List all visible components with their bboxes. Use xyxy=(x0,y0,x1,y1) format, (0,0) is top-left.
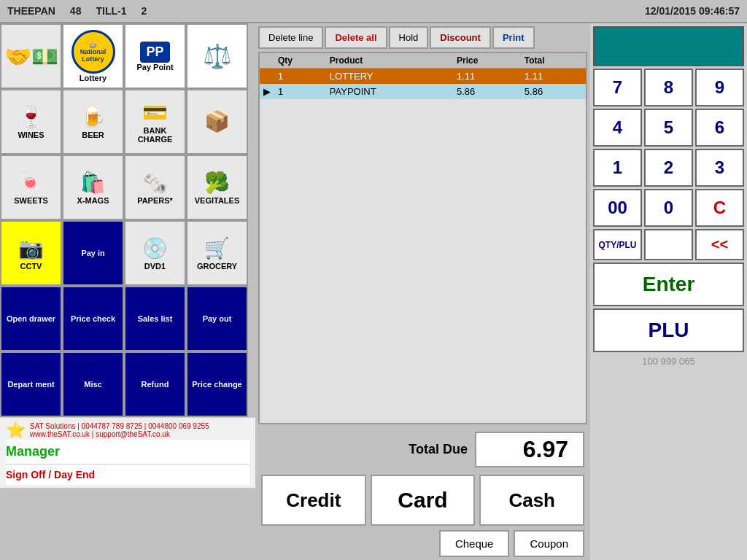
grid-cell-lottery[interactable]: 🎰NationalLottery Lottery xyxy=(62,23,124,89)
num-9-button[interactable]: 9 xyxy=(695,69,744,106)
session-number: 48 xyxy=(70,5,82,17)
transaction-table-wrapper: Qty Product Price Total 1 LOTTERY 1.11 1… xyxy=(258,52,587,424)
grid-cell-xmags[interactable]: 🛍️ X-MAGS xyxy=(62,155,124,220)
grid-cell-scale[interactable]: ⚖️ xyxy=(186,23,248,89)
print-button[interactable]: Print xyxy=(492,26,535,49)
wine-icon: 🍷 xyxy=(18,105,44,129)
plu-number: 100 999 065 xyxy=(593,354,744,368)
misc-label: Misc xyxy=(84,380,101,389)
signoff-button[interactable]: Sign Off / Day End xyxy=(6,464,249,485)
cash-button[interactable]: Cash xyxy=(479,475,584,526)
mid-panel: Delete line Delete all Hold Discount Pri… xyxy=(255,23,590,560)
grid-row-4: 📷 CCTV Pay in 💿 DVD1 🛒 GROCERY xyxy=(0,220,255,286)
grid-cell-price-check[interactable]: Price check xyxy=(62,286,124,351)
paypoint-icon: PP xyxy=(140,42,169,63)
num-0-button[interactable]: 0 xyxy=(644,189,693,227)
grid-cell-refund[interactable]: Refund xyxy=(124,351,186,417)
cheque-button[interactable]: Cheque xyxy=(439,530,510,557)
hold-button[interactable]: Hold xyxy=(389,26,429,49)
numpad: 7 8 9 4 5 6 1 2 3 00 0 C xyxy=(593,69,744,227)
grid-cell-price-change[interactable]: Price change xyxy=(186,351,248,417)
table-row[interactable]: 1 LOTTERY 1.11 1.11 xyxy=(260,69,586,85)
card-button[interactable]: Card xyxy=(371,475,476,526)
row-total: 1.11 xyxy=(521,69,586,85)
num-3-button[interactable]: 3 xyxy=(695,149,744,187)
plu-button[interactable]: PLU xyxy=(593,308,744,352)
clear-button[interactable]: C xyxy=(695,189,744,227)
grid-cell-department[interactable]: Depart ment xyxy=(0,351,62,417)
num-5-button[interactable]: 5 xyxy=(644,109,693,147)
papers-icon: 🗞️ xyxy=(142,171,168,195)
sweets-icon: 🍬 xyxy=(18,171,44,195)
num-8-button[interactable]: 8 xyxy=(644,69,693,106)
row-total: 5.86 xyxy=(521,84,586,99)
grocery-label: GROCERY xyxy=(197,262,237,271)
num-00-button[interactable]: 00 xyxy=(593,189,642,227)
bottom-info: ⭐ SAT Solutions | 0044787 789 8725 | 004… xyxy=(0,417,255,488)
cctv-icon: 📷 xyxy=(18,236,44,260)
grid-cell-open-drawer[interactable]: Open drawer xyxy=(0,286,62,351)
price-check-label: Price check xyxy=(71,314,115,323)
total-amount: 6.97 xyxy=(475,432,584,467)
grid-cell-grocery[interactable]: 🛒 GROCERY xyxy=(186,220,248,286)
bank-icon: 💳 xyxy=(142,101,168,125)
payment-row: Credit Card Cash xyxy=(258,475,587,526)
col-arrow xyxy=(260,53,274,69)
grid-cell-paypoint[interactable]: PP Pay Point xyxy=(124,23,186,89)
back-button[interactable]: << xyxy=(695,229,744,260)
enter-button[interactable]: Enter xyxy=(593,262,744,306)
table-row[interactable]: ▶ 1 PAYPOINT 5.86 5.86 xyxy=(260,84,586,99)
website-info: www.theSAT.co.uk | support@theSAT.co.uk xyxy=(30,430,209,438)
grid-cell-row2-4[interactable]: 📦 xyxy=(186,89,248,155)
payin-label: Pay in xyxy=(81,249,104,257)
delete-line-button[interactable]: Delete line xyxy=(258,26,323,49)
qty-plu-button[interactable]: QTY/PLU xyxy=(593,229,642,260)
coupon-button[interactable]: Coupon xyxy=(514,530,584,557)
grid-cell-dvd1[interactable]: 💿 DVD1 xyxy=(124,220,186,286)
xmags-icon: 🛍️ xyxy=(80,171,106,195)
till-id: TILL-1 xyxy=(96,5,126,17)
money-icon: 🤝💵 xyxy=(4,44,58,69)
col-price: Price xyxy=(453,53,521,69)
manager-button[interactable]: Manager xyxy=(6,440,249,464)
grocery-icon: 🛒 xyxy=(204,236,230,260)
num-7-button[interactable]: 7 xyxy=(593,69,642,106)
grid-cell-vegitales[interactable]: 🥦 VEGITALES xyxy=(186,155,248,220)
xmags-label: X-MAGS xyxy=(77,196,109,205)
row-price: 5.86 xyxy=(453,84,521,99)
transaction-table: Qty Product Price Total 1 LOTTERY 1.11 1… xyxy=(260,53,586,99)
grid-cell-sweets[interactable]: 🍬 SWEETS xyxy=(0,155,62,220)
grid-cell-wines[interactable]: 🍷 WINES xyxy=(0,89,62,155)
datetime: 12/01/2015 09:46:57 xyxy=(645,5,740,17)
open-drawer-label: Open drawer xyxy=(7,314,55,323)
wines-label: WINES xyxy=(18,131,44,139)
grid-cell-pay-out[interactable]: Pay out xyxy=(186,286,248,351)
grid-cell-payin[interactable]: Pay in xyxy=(62,220,124,286)
num-1-button[interactable]: 1 xyxy=(593,149,642,187)
row-qty: 1 xyxy=(274,84,326,99)
grid-cell-bank-charge[interactable]: 💳 BANK CHARGE xyxy=(124,89,186,155)
grid-cell-misc[interactable]: Misc xyxy=(62,351,124,417)
col-qty: Qty xyxy=(274,53,326,69)
credit-button[interactable]: Credit xyxy=(261,475,366,526)
grid-cell-cctv[interactable]: 📷 CCTV xyxy=(0,220,62,286)
cheque-coupon-row: Cheque Coupon xyxy=(258,530,587,557)
grid-row-1: 🤝💵 🎰NationalLottery Lottery PP Pay Point… xyxy=(0,23,255,89)
grid-cell-money[interactable]: 🤝💵 xyxy=(0,23,62,89)
empty-qty-button[interactable] xyxy=(644,229,693,260)
paypoint-label: Pay Point xyxy=(136,63,173,71)
dvd1-label: DVD1 xyxy=(144,262,166,271)
num-2-button[interactable]: 2 xyxy=(644,149,693,187)
left-panel: 🤝💵 🎰NationalLottery Lottery PP Pay Point… xyxy=(0,23,255,560)
lottery-label: Lottery xyxy=(80,74,107,82)
num-6-button[interactable]: 6 xyxy=(695,109,744,147)
num-4-button[interactable]: 4 xyxy=(593,109,642,147)
grid-cell-sales-list[interactable]: Sales list xyxy=(124,286,186,351)
beer-label: BEER xyxy=(82,131,104,139)
discount-button[interactable]: Discount xyxy=(430,26,491,49)
grid-cell-beer[interactable]: 🍺 BEER xyxy=(62,89,124,155)
delete-all-button[interactable]: Delete all xyxy=(325,26,387,49)
row-qty: 1 xyxy=(274,69,326,85)
grid-cell-papers[interactable]: 🗞️ PAPERS* xyxy=(124,155,186,220)
company-info: SAT Solutions | 0044787 789 8725 | 00448… xyxy=(30,422,209,430)
